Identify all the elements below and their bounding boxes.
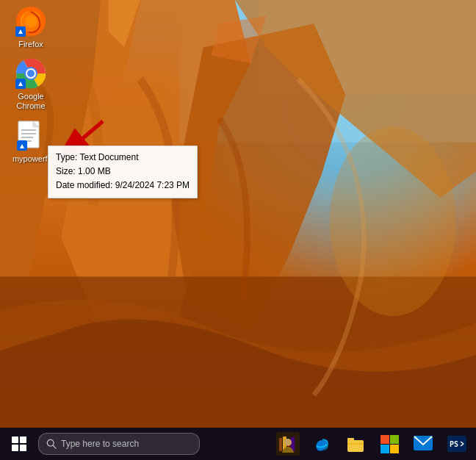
file-explorer-icon (346, 434, 365, 453)
chrome-svg (15, 58, 46, 89)
chrome-label: Google Chrome (6, 92, 56, 111)
firefox-icon-image (15, 6, 46, 37)
chrome-icon-item[interactable]: Google Chrome (6, 58, 56, 111)
svg-point-12 (27, 70, 35, 77)
search-placeholder-text: Type here to search (61, 439, 139, 449)
svg-rect-34 (347, 438, 354, 442)
svg-point-2 (330, 126, 456, 316)
search-icon (46, 439, 57, 449)
taskbar-right-icons: PS (272, 428, 473, 460)
user-avatar-icon (276, 432, 300, 456)
svg-text:PS: PS (450, 440, 458, 448)
edge-taskbar-button[interactable] (306, 428, 338, 460)
edge-icon (312, 434, 331, 453)
windows-pane-bl (12, 445, 18, 451)
start-button[interactable] (3, 428, 35, 460)
wallpaper-detail (0, 0, 476, 460)
windows-logo (12, 436, 26, 451)
powershell-icon: PS (447, 436, 466, 452)
svg-point-6 (26, 16, 36, 26)
mail-taskbar-button[interactable] (407, 428, 439, 460)
mail-icon (414, 436, 433, 452)
ms-store-icon (380, 434, 399, 453)
ms-store-taskbar-button[interactable] (373, 428, 405, 460)
file-tooltip: Type: Text Document Size: 1.00 MB Date m… (48, 145, 198, 198)
tooltip-type: Type: Text Document (56, 151, 190, 165)
firefox-svg (15, 6, 46, 37)
svg-point-32 (284, 439, 292, 446)
tooltip-size: Size: 1.00 MB (56, 165, 190, 179)
file-explorer-taskbar-button[interactable] (339, 428, 372, 460)
svg-line-26 (53, 445, 56, 448)
firefox-label: Firefox (18, 40, 43, 49)
svg-rect-28 (279, 438, 282, 451)
windows-pane-tl (12, 436, 18, 443)
user-avatar-button[interactable] (272, 428, 304, 460)
tooltip-date: Date modified: 9/24/2024 7:23 PM (56, 179, 190, 193)
search-bar[interactable]: Type here to search (38, 433, 200, 455)
svg-rect-39 (390, 445, 399, 453)
windows-pane-tr (20, 436, 26, 443)
firefox-icon-item[interactable]: Firefox (6, 6, 56, 49)
svg-rect-37 (390, 435, 399, 444)
windows-pane-br (20, 445, 26, 451)
powershell-taskbar-button[interactable]: PS (441, 428, 473, 460)
svg-rect-38 (381, 445, 389, 453)
svg-rect-33 (347, 440, 364, 452)
desktop: Firefox (0, 0, 476, 460)
taskbar: Type here to search (0, 428, 476, 460)
svg-rect-35 (347, 443, 364, 445)
chrome-icon-image (15, 58, 46, 89)
svg-rect-36 (381, 435, 389, 444)
